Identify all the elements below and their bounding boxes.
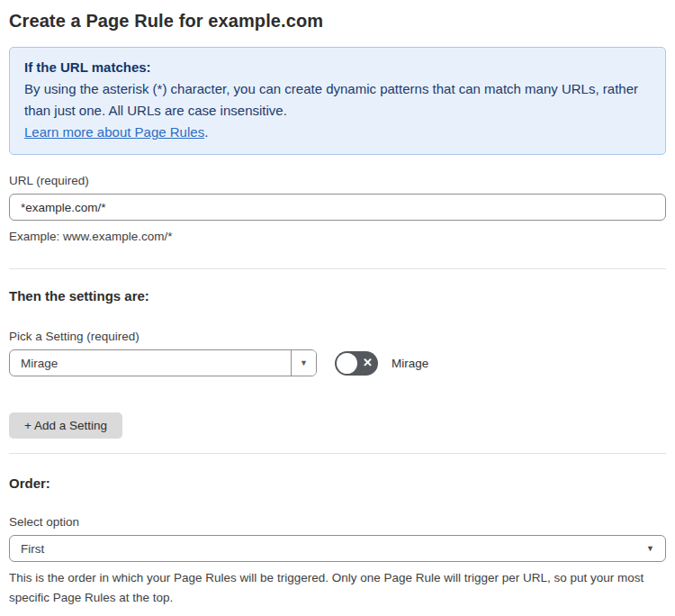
info-box-link-line: Learn more about Page Rules.	[24, 122, 651, 143]
url-helper-text: Example: www.example.com/*	[9, 227, 666, 247]
page-rule-form: Create a Page Rule for example.com If th…	[0, 0, 675, 616]
order-select-value: First	[10, 542, 646, 556]
info-box-body: By using the asterisk (*) character, you…	[24, 78, 651, 122]
order-helper-text: This is the order in which your Page Rul…	[9, 568, 666, 608]
order-select[interactable]: First ▼	[9, 535, 666, 562]
link-suffix: .	[204, 124, 208, 140]
setting-select-value: Mirage	[10, 357, 291, 370]
toggle-off-x-icon: ✕	[363, 357, 373, 368]
page-title: Create a Page Rule for example.com	[9, 11, 666, 32]
url-input[interactable]	[9, 194, 666, 221]
settings-section-heading: Then the settings are:	[9, 288, 666, 303]
setting-select[interactable]: Mirage ▼	[9, 349, 317, 376]
toggle-label: Mirage	[392, 357, 428, 370]
url-field-label: URL (required)	[9, 174, 666, 187]
setting-row: Mirage ▼ ✕ Mirage	[9, 349, 666, 376]
divider	[9, 268, 666, 269]
chevron-down-icon: ▼	[300, 358, 308, 367]
add-setting-button[interactable]: + Add a Setting	[9, 412, 122, 439]
order-select-label: Select option	[9, 515, 666, 529]
divider	[9, 453, 666, 454]
order-section-heading: Order:	[9, 476, 666, 491]
setting-select-arrow-button[interactable]: ▼	[291, 350, 316, 376]
mirage-toggle[interactable]: ✕	[335, 351, 378, 376]
url-match-info-box: If the URL matches: By using the asteris…	[9, 47, 666, 155]
pick-setting-label: Pick a Setting (required)	[9, 330, 666, 343]
learn-more-link[interactable]: Learn more about Page Rules	[24, 124, 204, 140]
chevron-down-icon: ▼	[646, 544, 654, 553]
info-box-heading: If the URL matches:	[24, 57, 651, 78]
toggle-knob	[337, 353, 357, 374]
